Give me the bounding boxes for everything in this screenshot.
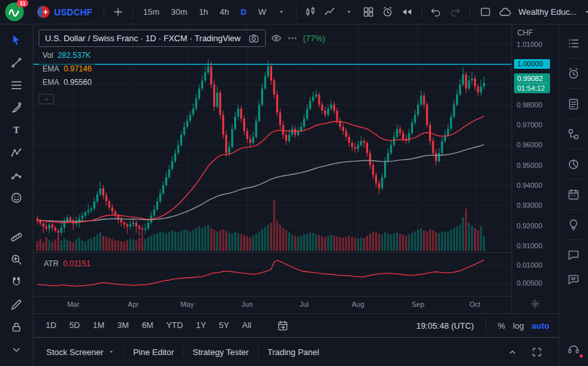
axis-settings-gear-icon[interactable] (531, 299, 540, 309)
range-6m-button[interactable]: 6M (136, 318, 159, 333)
panel-fullscreen-icon[interactable] (528, 343, 546, 361)
chart-area: U.S. Dollar / Swiss Franc · 1D · FXCM · … (33, 24, 558, 366)
tab-trading-panel[interactable]: Trading Panel (259, 338, 328, 366)
ema-slow-legend-row[interactable]: EMA 0.95560 (39, 77, 95, 87)
brush-icon[interactable] (6, 98, 28, 116)
emoji-icon[interactable] (6, 188, 28, 206)
sidebar-separator (565, 58, 582, 59)
cloud-account-button[interactable]: Wealthy Educ... (496, 3, 577, 21)
indicators-caret-down-icon[interactable] (340, 3, 358, 21)
scale-controls: 19:05:48 (UTC) % log auto (416, 318, 549, 333)
atr-legend-row[interactable]: ATR 0.01151 (40, 259, 95, 269)
month-label: Aug (349, 300, 367, 308)
add-symbol-icon[interactable] (109, 3, 127, 21)
clock-utc[interactable]: 19:05:48 (UTC) (416, 321, 474, 331)
range-3m-button[interactable]: 3M (111, 318, 134, 333)
auto-scale-button[interactable]: auto (532, 321, 549, 331)
text-tool-icon[interactable]: T (6, 121, 28, 139)
forecast-icon[interactable] (6, 166, 28, 184)
tab-strategy-tester[interactable]: Strategy Tester (183, 338, 257, 366)
sidebar-separator (565, 88, 582, 89)
range-1d-button[interactable]: 1D (40, 318, 62, 333)
timeframe-30m-button[interactable]: 30m (166, 4, 192, 21)
calendar-icon[interactable] (562, 182, 586, 206)
log-scale-button[interactable]: log (513, 321, 524, 331)
price-tick-label: 0.95000 (517, 161, 542, 170)
range-1m-button[interactable]: 1M (87, 318, 110, 333)
bar-replay-icon[interactable] (398, 3, 416, 21)
price-tick-label: 0.91000 (517, 241, 542, 250)
data-window-icon[interactable] (562, 122, 586, 146)
indicators-icon[interactable] (321, 3, 339, 21)
ema-fast-value: 0.97146 (64, 64, 91, 73)
toolbar-separator (133, 5, 133, 19)
ema-fast-label: EMA (42, 64, 59, 73)
magnet-icon[interactable] (6, 273, 28, 291)
price-axis[interactable]: CHF 1.00000 0.99082 01:54:12 1.010001.00… (511, 24, 558, 313)
streams-icon[interactable] (562, 267, 586, 291)
account-caret-down-icon[interactable] (578, 3, 588, 21)
timeframe-w-button[interactable]: W (253, 4, 271, 21)
range-ytd-button[interactable]: YTD (160, 318, 188, 333)
xabcd-pattern-icon[interactable] (6, 143, 28, 161)
timeframe-4h-button[interactable]: 4h (215, 4, 234, 21)
timeframes-caret-down-icon[interactable] (273, 3, 291, 21)
main-chart-pane[interactable]: U.S. Dollar / Swiss Franc · 1D · FXCM · … (33, 24, 511, 252)
panes-row: U.S. Dollar / Swiss Franc · 1D · FXCM · … (33, 24, 558, 313)
tab-pine-editor[interactable]: Pine Editor (124, 338, 183, 366)
symbol-title-button[interactable]: U.S. Dollar / Swiss Franc · 1D · FXCM · … (39, 30, 266, 47)
tab-stock-screener[interactable]: Stock Screener (37, 338, 124, 366)
draw-edit-icon[interactable] (6, 295, 28, 313)
legend-more-icon[interactable] (287, 33, 298, 44)
hide-drawings-icon[interactable] (6, 340, 28, 358)
volume-legend-row[interactable]: Vol 282.537K (39, 50, 95, 60)
alerts-icon[interactable] (562, 61, 586, 86)
layout-templates-icon[interactable] (360, 3, 378, 21)
ideas-icon[interactable] (562, 212, 586, 237)
tradingview-app: 11 + USDCHF 15m30m1h4hDW Wealthy Educ... (0, 0, 588, 366)
watchlist-icon[interactable] (562, 31, 586, 55)
timeframe-1h-button[interactable]: 1h (194, 4, 213, 21)
timeframe-d-button[interactable]: D (235, 4, 252, 21)
hotlists-icon[interactable] (562, 152, 586, 176)
range-all-button[interactable]: All (236, 318, 257, 333)
timeframe-group: 15m30m1h4hDW (138, 4, 271, 21)
symbol-switcher-button[interactable]: + USDCHF (32, 0, 98, 24)
range-5d-button[interactable]: 5D (64, 318, 86, 333)
app-logo[interactable]: 11 (5, 3, 24, 21)
undo-icon[interactable] (427, 3, 445, 21)
select-layout-icon[interactable] (477, 3, 495, 21)
ruler-icon[interactable] (6, 228, 28, 246)
news-icon[interactable] (562, 91, 586, 116)
fib-retracement-icon[interactable] (6, 76, 28, 94)
redo-icon[interactable] (446, 3, 464, 21)
chart-style-candles-icon[interactable] (302, 3, 320, 21)
lock-all-icon[interactable] (6, 318, 28, 336)
atr-chart[interactable] (33, 253, 511, 296)
snapshot-camera-icon[interactable] (248, 33, 259, 44)
symbol-label: USDCHF (54, 7, 93, 17)
sidebar-separator (565, 209, 582, 210)
zoom-in-icon[interactable] (6, 250, 28, 268)
tab-label: Trading Panel (268, 347, 319, 357)
help-icon[interactable] (562, 336, 586, 361)
trend-line-icon[interactable] (6, 53, 28, 71)
month-label: May (178, 300, 196, 308)
go-to-date-icon[interactable] (274, 316, 292, 334)
chat-icon[interactable] (562, 242, 586, 267)
price-tick-label: 0.92000 (517, 221, 542, 230)
range-1y-button[interactable]: 1Y (190, 318, 212, 333)
visibility-eye-icon[interactable] (271, 33, 282, 44)
time-axis[interactable]: MarAprMayJunJulAugSepOct (33, 296, 511, 313)
cursor-icon[interactable] (6, 31, 28, 49)
ema-fast-legend-row[interactable]: EMA 0.97146 (39, 64, 95, 74)
atr-pane[interactable]: ATR 0.01151 (33, 252, 511, 296)
date-range-group: 1D5D1M3M6MYTD1Y5YAll (40, 318, 257, 333)
panel-open-chevron-icon[interactable] (503, 343, 521, 361)
percent-scale-button[interactable]: % (498, 321, 506, 331)
range-5y-button[interactable]: 5Y (213, 318, 235, 333)
toolbar-separator (296, 5, 297, 19)
legend-collapse-button[interactable] (39, 94, 54, 104)
alert-icon[interactable] (379, 3, 397, 21)
timeframe-15m-button[interactable]: 15m (138, 4, 165, 21)
